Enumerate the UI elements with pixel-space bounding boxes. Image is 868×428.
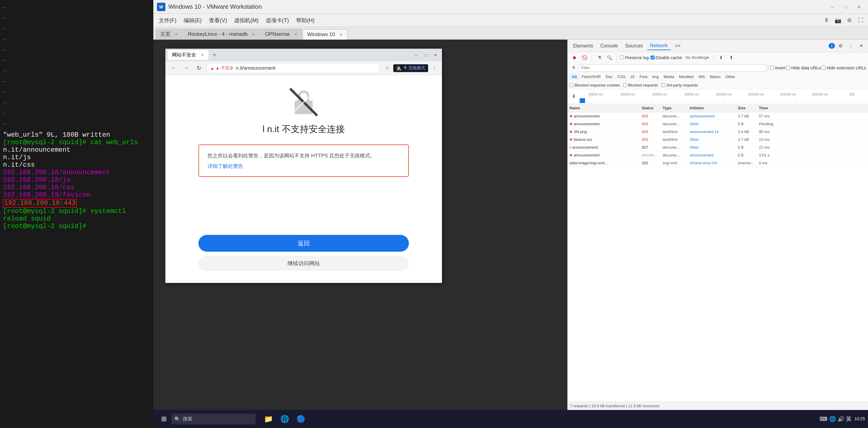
browser-close[interactable]: ✕ <box>431 52 440 58</box>
record-button[interactable]: ⏺ <box>570 54 579 62</box>
devtools-network-tab[interactable]: Network <box>647 42 671 50</box>
table-row[interactable]: data:image/svg+xml;... 200 svg+xml chrom… <box>568 159 868 167</box>
export-icon[interactable]: ⬆ <box>727 54 736 62</box>
tab-opnsense-close[interactable]: ✕ <box>294 32 298 37</box>
menu-dots-icon[interactable]: ⋮ <box>430 64 439 73</box>
menu-file[interactable]: 文件(F) <box>156 15 180 26</box>
address-bar[interactable]: ▲ ▲ 不安全 n.it/announcement <box>206 63 380 73</box>
fullscreen-icon[interactable]: ⛶ <box>856 15 866 25</box>
devtools-more-tabs[interactable]: >> <box>672 42 684 50</box>
third-party-label[interactable]: 3rd-party requests <box>661 83 698 88</box>
menu-view[interactable]: 查看(V) <box>206 15 230 26</box>
devtools-close-icon[interactable]: ✕ <box>857 41 866 51</box>
cell-initiator: announcement:14 <box>690 130 738 134</box>
hide-ext-urls-text: Hide extension URLs <box>827 65 866 70</box>
invert-checkbox-label[interactable]: Invert <box>770 65 786 70</box>
new-tab-button[interactable]: + <box>210 50 219 60</box>
tab-home-close[interactable]: ✕ <box>175 32 178 37</box>
start-button[interactable]: ⊞ <box>156 413 172 426</box>
filter-all[interactable]: All <box>569 74 579 80</box>
tab-rockylinux[interactable]: RockeyLinux - 4 - mariadb ✕ <box>183 29 260 39</box>
table-row[interactable]: ✖announcement (blocke... docume... annou… <box>568 152 868 159</box>
tab-windows10[interactable]: Windows 10 ✕ <box>303 29 347 40</box>
taskbar-search[interactable]: 🔍 搜索 <box>172 414 255 424</box>
preserve-log-label[interactable]: Preserve log <box>620 55 649 60</box>
hide-data-urls-checkbox[interactable] <box>786 66 790 70</box>
settings-icon[interactable]: ⚙ <box>844 15 854 25</box>
terminal-line: [root@mysql-2 squid]# cat web_urls <box>3 139 150 146</box>
filter-font[interactable]: Font <box>637 74 650 80</box>
filter-img[interactable]: Img <box>650 74 661 80</box>
snapshot-icon[interactable]: 📷 <box>833 15 843 25</box>
table-row[interactable]: ✖announcement 403 docume... Other 0 B Pe… <box>568 120 868 128</box>
filter-wasm[interactable]: Wasm <box>707 74 723 80</box>
tab-home[interactable]: 主页 ✕ <box>156 29 183 39</box>
blocked-requests-checkbox[interactable] <box>623 83 627 87</box>
hide-ext-urls-label[interactable]: Hide extension URLs <box>822 65 866 70</box>
back-button[interactable]: ← <box>168 63 179 73</box>
blocked-requests-label[interactable]: Blocked requests <box>623 83 658 88</box>
import-icon[interactable]: ⬇ <box>717 54 725 62</box>
continue-button[interactable]: 继续访问网站 <box>198 256 409 271</box>
third-party-checkbox[interactable] <box>661 83 665 87</box>
filter-css[interactable]: CSS <box>615 74 628 80</box>
table-row[interactable]: ✖favicon.ico 403 text/html Other 3.7 kB … <box>568 136 868 143</box>
tab-windows10-close[interactable]: ✕ <box>339 32 343 37</box>
menu-vm[interactable]: 虚拟机(M) <box>231 15 261 26</box>
error-icon: ✖ <box>569 138 572 142</box>
invert-checkbox[interactable] <box>770 66 774 70</box>
forward-button[interactable]: → <box>181 63 191 73</box>
browser-tab-close[interactable]: ✕ <box>201 53 204 57</box>
throttle-selector[interactable]: No throttling ▾ <box>684 54 711 62</box>
browser-minimize[interactable]: ─ <box>412 52 420 58</box>
filter-js[interactable]: JS <box>628 74 637 80</box>
hide-data-urls-label[interactable]: Hide data URLs <box>786 65 821 70</box>
terminal-line: 192.168.200.18:443 <box>3 199 150 207</box>
browser-tab-unsafe[interactable]: 网站不安全 ✕ <box>168 50 208 60</box>
power-icon[interactable]: ⏸ <box>822 15 831 25</box>
filter-ws[interactable]: WS <box>696 74 707 80</box>
filter-media[interactable]: Media <box>661 74 677 80</box>
settings-icon[interactable]: ⚙ <box>836 41 845 51</box>
filter-fetch-xhr[interactable]: Fetch/XHR <box>579 74 603 80</box>
filter-input-icon[interactable]: ⚗ <box>569 64 578 72</box>
taskbar-app-browser[interactable]: 🌐 <box>278 412 292 426</box>
maximize-button[interactable]: □ <box>840 3 851 11</box>
clear-button[interactable]: 🚫 <box>580 54 589 62</box>
table-row[interactable]: ✖announcement 403 docume... /announcemen… <box>568 112 868 120</box>
minimize-button[interactable]: ─ <box>827 3 838 11</box>
cell-status: 403 <box>642 129 663 134</box>
browser-maximize[interactable]: □ <box>422 52 430 58</box>
learn-more-link[interactable]: 详细了解此警告 <box>208 163 243 169</box>
menu-tabs[interactable]: 选项卡(T) <box>263 15 292 26</box>
blocked-cookies-checkbox[interactable] <box>569 83 574 87</box>
hide-ext-urls-checkbox[interactable] <box>822 66 825 70</box>
menu-edit[interactable]: 编辑(E) <box>181 15 205 26</box>
devtools-sources-tab[interactable]: Sources <box>622 42 646 50</box>
reload-button[interactable]: ↻ <box>194 63 204 73</box>
filter-input[interactable] <box>579 64 766 71</box>
disable-cache-label[interactable]: Disable cache <box>651 55 682 60</box>
filter-manifest[interactable]: Manifest <box>677 74 696 80</box>
hide-data-urls-text: Hide data URLs <box>791 65 821 70</box>
disable-cache-checkbox[interactable] <box>651 56 654 60</box>
bookmark-icon[interactable]: ☆ <box>382 64 392 73</box>
devtools-more-icon[interactable]: ⋮ <box>846 41 856 51</box>
devtools-console-tab[interactable]: Console <box>597 42 621 50</box>
taskbar-app-explorer[interactable]: 📁 <box>261 412 275 426</box>
devtools-elements-tab[interactable]: Elements <box>570 42 596 50</box>
filter-doc[interactable]: Doc <box>603 74 615 80</box>
menu-help[interactable]: 帮助(H) <box>293 15 317 26</box>
tab-opnsense[interactable]: OPNsense ✕ <box>260 29 302 39</box>
blocked-cookies-label[interactable]: Blocked response cookies <box>569 83 620 88</box>
search-icon[interactable]: 🔍 <box>605 54 614 62</box>
taskbar-app-chrome[interactable]: 🔵 <box>294 412 308 426</box>
filter-icon[interactable]: ⚗ <box>595 54 603 62</box>
back-button-error[interactable]: 返回 <box>198 235 409 252</box>
table-row[interactable]: ℹannouncement 307 docume... Other 0 B 21… <box>568 143 868 152</box>
preserve-log-checkbox[interactable] <box>620 56 624 60</box>
table-row[interactable]: ✖SN.png 403 text/html announcement:14 3.… <box>568 128 868 136</box>
tab-rockylinux-close[interactable]: ✕ <box>252 32 255 37</box>
close-button[interactable]: ✕ <box>854 3 864 11</box>
filter-other[interactable]: Other <box>723 74 738 80</box>
